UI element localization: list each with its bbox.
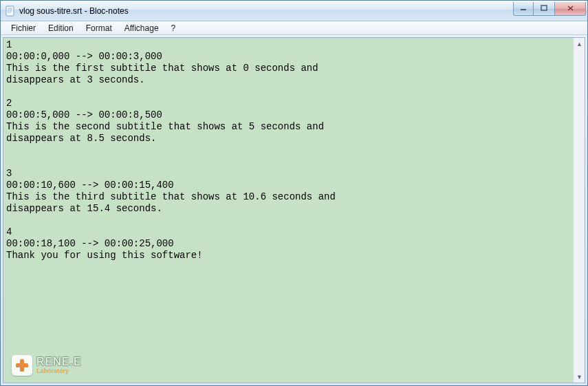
- watermark-text: RENE.E Laboratory: [36, 356, 82, 374]
- editor-frame: 1 00:00:0,000 --> 00:00:3,000 This is th…: [3, 37, 585, 383]
- menu-help[interactable]: ?: [165, 22, 182, 34]
- notepad-icon: [5, 6, 16, 17]
- menu-bar: Fichier Edition Format Affichage ?: [1, 21, 587, 35]
- svg-rect-6: [541, 6, 547, 10]
- svg-rect-10: [16, 363, 28, 367]
- window-title: vlog sous-titre.srt - Bloc-notes: [19, 6, 513, 16]
- svg-rect-5: [521, 9, 526, 10]
- minimize-icon: [520, 5, 527, 12]
- title-bar[interactable]: vlog sous-titre.srt - Bloc-notes: [1, 1, 587, 21]
- maximize-button[interactable]: [534, 2, 554, 16]
- close-icon: [567, 5, 574, 12]
- scroll-down-arrow-icon[interactable]: ▼: [574, 371, 585, 383]
- watermark-sub: Laboratory: [36, 368, 82, 374]
- menu-format[interactable]: Format: [80, 22, 118, 34]
- scroll-up-arrow-icon[interactable]: ▲: [574, 38, 585, 50]
- watermark-brand: RENE.E: [36, 356, 82, 367]
- watermark: RENE.E Laboratory: [12, 355, 82, 376]
- close-button[interactable]: [554, 2, 586, 16]
- minimize-button[interactable]: [513, 2, 534, 16]
- maximize-icon: [541, 5, 547, 12]
- menu-edit[interactable]: Edition: [42, 22, 80, 34]
- menu-file[interactable]: Fichier: [5, 22, 42, 34]
- watermark-plus-icon: [12, 355, 32, 376]
- window-controls: [513, 2, 586, 16]
- notepad-window: vlog sous-titre.srt - Bloc-notes Fichier…: [0, 0, 588, 386]
- text-editor[interactable]: 1 00:00:0,000 --> 00:00:3,000 This is th…: [3, 38, 573, 383]
- menu-view[interactable]: Affichage: [118, 22, 165, 34]
- vertical-scrollbar[interactable]: ▲ ▼: [573, 38, 585, 383]
